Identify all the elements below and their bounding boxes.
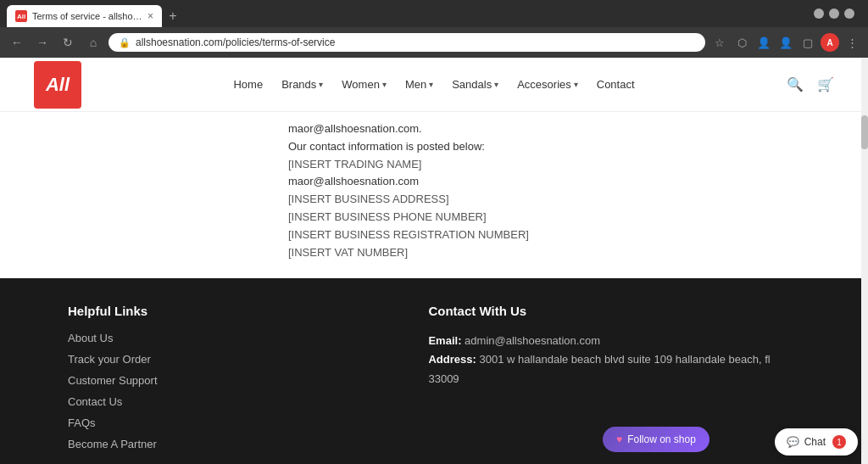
accessories-chevron: ▾ xyxy=(574,80,578,89)
star-icon[interactable]: ☆ xyxy=(710,33,729,52)
browser-chrome: All Terms of service - allshoesnati... ×… xyxy=(0,0,868,58)
nav-women[interactable]: Women▾ xyxy=(342,78,387,91)
window-controls xyxy=(814,8,861,24)
browser-tab[interactable]: All Terms of service - allshoesnati... × xyxy=(7,5,162,27)
follow-shop-label: Follow on shop xyxy=(627,433,696,445)
footer-link-about[interactable]: About Us xyxy=(68,332,377,344)
content-line-3: maor@allshoesnation.com xyxy=(288,173,580,191)
refresh-button[interactable]: ↻ xyxy=(58,32,78,53)
chat-icon: 💬 xyxy=(787,436,799,448)
footer-link-contact[interactable]: Contact Us xyxy=(68,395,377,408)
footer-link-support[interactable]: Customer Support xyxy=(68,374,377,387)
address-text: allshoesnation.com/policies/terms-of-ser… xyxy=(136,36,335,48)
minimize-button[interactable] xyxy=(814,8,824,19)
footer-link-faqs[interactable]: FAQs xyxy=(68,416,377,429)
site-logo[interactable]: All xyxy=(34,61,81,109)
helpful-links-col: Helpful Links About Us Track your Order … xyxy=(68,304,377,459)
footer-top: Helpful Links About Us Track your Order … xyxy=(0,278,868,464)
profile-icon-2[interactable]: 👤 xyxy=(776,33,795,52)
tab-favicon: All xyxy=(15,10,27,22)
men-chevron: ▾ xyxy=(429,80,433,89)
site-nav: Home Brands▾ Women▾ Men▾ Sandals▾ Acceso… xyxy=(233,78,634,91)
window-icon[interactable]: ▢ xyxy=(798,33,817,52)
chat-badge: 1 xyxy=(832,435,846,449)
new-tab-button[interactable]: + xyxy=(162,5,184,27)
scroll-thumb[interactable] xyxy=(861,115,868,149)
nav-men[interactable]: Men▾ xyxy=(405,78,433,91)
contact-heading: Contact With Us xyxy=(428,304,800,318)
content-line-6: [INSERT BUSINESS REGISTRATION NUMBER] xyxy=(288,226,580,244)
close-window-button[interactable] xyxy=(844,8,854,19)
tab-title: Terms of service - allshoesnati... xyxy=(32,11,142,21)
content-line-1: Our contact information is posted below: xyxy=(288,138,580,156)
extensions-icon[interactable]: ⬡ xyxy=(732,33,751,52)
back-button[interactable]: ← xyxy=(7,32,27,53)
contact-info: Email: admin@allshoesnation.com Address:… xyxy=(428,332,800,388)
cart-icon[interactable]: 🛒 xyxy=(817,76,834,92)
nav-accessories[interactable]: Accesories▾ xyxy=(517,78,578,91)
email-label: Email: xyxy=(428,334,461,347)
content-line-4: [INSERT BUSINESS ADDRESS] xyxy=(288,191,580,209)
lock-icon: 🔒 xyxy=(119,37,131,48)
content-line-5: [INSERT BUSINESS PHONE NUMBER] xyxy=(288,209,580,226)
address-bar[interactable]: 🔒 allshoesnation.com/policies/terms-of-s… xyxy=(108,33,705,52)
chat-button[interactable]: 💬 Chat 1 xyxy=(775,428,858,456)
nav-brands[interactable]: Brands▾ xyxy=(281,78,323,91)
nav-home[interactable]: Home xyxy=(233,78,263,91)
tab-close-button[interactable]: × xyxy=(147,10,153,22)
profile-icon-1[interactable]: 👤 xyxy=(754,33,773,52)
footer-link-track[interactable]: Track your Order xyxy=(68,353,377,366)
toolbar-icons: ☆ ⬡ 👤 👤 ▢ A ⋮ xyxy=(710,33,861,52)
women-chevron: ▾ xyxy=(382,80,387,89)
scroll-track xyxy=(861,58,868,464)
browser-toolbar: ← → ↻ ⌂ 🔒 allshoesnation.com/policies/te… xyxy=(0,27,868,58)
site-header: All Home Brands▾ Women▾ Men▾ Sandals▾ Ac… xyxy=(0,58,868,112)
nav-sandals[interactable]: Sandals▾ xyxy=(452,78,498,91)
helpful-links-heading: Helpful Links xyxy=(68,304,377,318)
main-content: maor@allshoesnation.com. Our contact inf… xyxy=(0,112,868,464)
content-line-7: [INSERT VAT NUMBER] xyxy=(288,244,580,262)
search-icon[interactable]: 🔍 xyxy=(787,76,804,92)
header-actions: 🔍 🛒 xyxy=(787,76,834,92)
page-wrapper: All Home Brands▾ Women▾ Men▾ Sandals▾ Ac… xyxy=(0,58,868,464)
maximize-button[interactable] xyxy=(829,8,839,19)
brands-chevron: ▾ xyxy=(319,80,323,89)
nav-contact[interactable]: Contact xyxy=(597,78,635,91)
browser-tab-bar: All Terms of service - allshoesnati... ×… xyxy=(0,0,868,27)
user-avatar[interactable]: A xyxy=(821,33,839,52)
home-button[interactable]: ⌂ xyxy=(83,32,103,53)
follow-on-shop-button[interactable]: ♥ Follow on shop xyxy=(603,427,709,452)
sandals-chevron: ▾ xyxy=(494,80,498,89)
menu-icon[interactable]: ⋮ xyxy=(843,33,861,52)
content-line-2: [INSERT TRADING NAME] xyxy=(288,156,580,174)
site-footer: Helpful Links About Us Track your Order … xyxy=(0,278,868,464)
content-line-0: maor@allshoesnation.com. xyxy=(288,120,580,138)
heart-icon: ♥ xyxy=(616,433,622,445)
forward-button[interactable]: → xyxy=(32,32,53,53)
contact-email: admin@allshoesnation.com xyxy=(465,334,600,347)
chat-label: Chat xyxy=(804,436,826,448)
footer-link-partner[interactable]: Become A Partner xyxy=(68,438,377,450)
contact-address: 3001 w hallandale beach blvd suite 109 h… xyxy=(428,353,770,384)
content-text-area: maor@allshoesnation.com. Our contact inf… xyxy=(0,112,868,278)
address-label: Address: xyxy=(428,353,476,366)
